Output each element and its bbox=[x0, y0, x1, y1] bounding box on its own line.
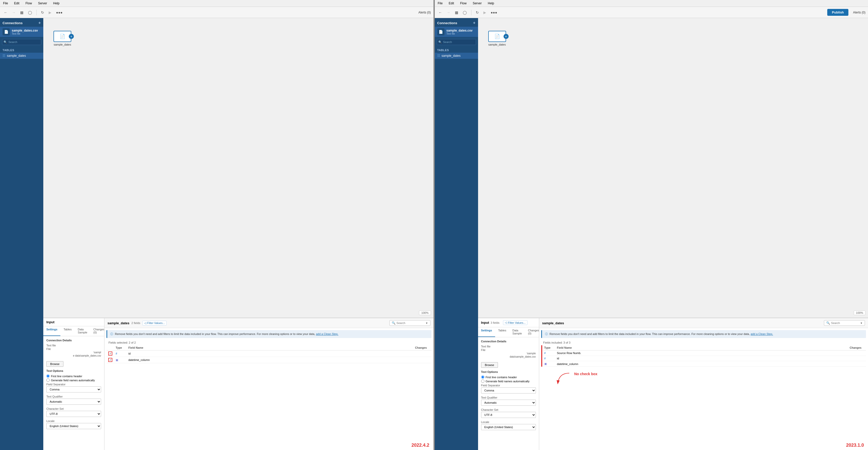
menu-file-right[interactable]: File bbox=[437, 1, 444, 6]
radio2-left[interactable] bbox=[46, 379, 50, 382]
play-btn-left[interactable]: ▶ bbox=[48, 10, 53, 15]
home-btn-left[interactable]: ▩ bbox=[19, 10, 25, 15]
back-btn-right[interactable]: ← bbox=[437, 10, 443, 15]
menu-server-right[interactable]: Server bbox=[472, 1, 483, 6]
menu-edit-right[interactable]: Edit bbox=[448, 1, 455, 6]
fields-thead-right: Type Field Name Changes bbox=[543, 345, 866, 351]
qualifier-select-right[interactable]: Automatic bbox=[481, 399, 536, 406]
browse-btn-right[interactable]: Browse bbox=[481, 362, 498, 368]
search-input-left[interactable] bbox=[2, 39, 41, 45]
name-cell-0-left: id bbox=[127, 351, 414, 357]
radio1-label-right[interactable]: First line contains header bbox=[481, 376, 536, 379]
separator-select-right[interactable]: Comma bbox=[481, 387, 536, 393]
left-menu-bar: File Edit Flow Server Help bbox=[0, 0, 433, 7]
connection-item-left[interactable]: 📄 sample_dates.csv Text file bbox=[0, 27, 43, 37]
tab-datasample-left[interactable]: Data Sample bbox=[74, 326, 90, 336]
menu-help-right[interactable]: Help bbox=[487, 1, 495, 6]
annotation-arrow-svg bbox=[557, 372, 572, 385]
filter-btn-input-right[interactable]: ◁ Filter Values... bbox=[503, 320, 527, 325]
tab-changes-right[interactable]: Changes (0) bbox=[525, 327, 539, 337]
checkbox-1-left[interactable] bbox=[108, 358, 112, 362]
charset-row-left: Character Set UTF-8 bbox=[46, 407, 101, 417]
settings-section-left: Connection Details Text file File \sampl… bbox=[43, 336, 104, 434]
table-icon-left: ☷ bbox=[3, 54, 5, 58]
play-btn-right[interactable]: ▶ bbox=[482, 10, 488, 15]
tab-tables-right[interactable]: Tables bbox=[495, 327, 509, 337]
connections-label-left: Connections bbox=[3, 21, 23, 25]
changes-cell-2-right bbox=[848, 361, 866, 367]
locale-select-right[interactable]: English (United States) bbox=[481, 424, 536, 430]
clean-step-link-left[interactable]: add a Clean Step. bbox=[316, 332, 339, 335]
text-options-title-left: Text Options bbox=[46, 369, 101, 373]
qualifier-label-left: Text Qualifier bbox=[46, 395, 101, 398]
flow-node-box-left[interactable]: 📄 + bbox=[54, 31, 71, 42]
search-input-fields-right[interactable] bbox=[831, 321, 859, 324]
table-item-right[interactable]: ☷ sample_dates bbox=[435, 53, 478, 59]
flow-node-add-left[interactable]: + bbox=[69, 34, 74, 39]
radio1-left[interactable] bbox=[46, 375, 50, 378]
forward-btn-right[interactable]: → bbox=[445, 10, 452, 15]
fields-tbody-left: # id bbox=[106, 351, 431, 363]
add-connection-btn-left[interactable]: + bbox=[38, 21, 41, 25]
menu-edit-left[interactable]: Edit bbox=[13, 1, 20, 6]
info-icon-right: ⓘ bbox=[545, 332, 548, 335]
menu-help-left[interactable]: Help bbox=[52, 1, 61, 6]
menu-flow-right[interactable]: Flow bbox=[459, 1, 468, 6]
tab-changes-left[interactable]: Changes (0) bbox=[90, 326, 105, 336]
charset-select-right[interactable]: UTF-8 bbox=[481, 412, 536, 418]
checkbox-0-left[interactable] bbox=[108, 352, 112, 356]
snapshot-btn-right[interactable]: ◯ bbox=[462, 10, 468, 15]
add-connection-btn-right[interactable]: + bbox=[473, 21, 475, 25]
clean-step-link-right[interactable]: add a Clean Step. bbox=[751, 332, 773, 335]
tables-header-left: Tables bbox=[0, 47, 43, 53]
search-input-right[interactable] bbox=[437, 39, 476, 45]
locale-row-left: Locale English (United States) bbox=[46, 419, 101, 429]
menu-file-left[interactable]: File bbox=[2, 1, 9, 6]
radio1-right[interactable] bbox=[481, 376, 485, 379]
table-item-left[interactable]: ☷ sample_dates bbox=[0, 53, 43, 59]
charset-select-left[interactable]: UTF-8 bbox=[46, 411, 101, 417]
table-row: # id bbox=[106, 351, 431, 357]
more-btn-left[interactable]: ●●● bbox=[55, 10, 64, 15]
locale-select-left[interactable]: English (United States) bbox=[46, 423, 101, 429]
flow-node-box-right[interactable]: 📄 + bbox=[488, 31, 506, 42]
checkbox-cell-1-left[interactable] bbox=[106, 357, 114, 363]
left-bottom-panel: Input Settings Tables Data Sample Change… bbox=[43, 318, 433, 450]
snapshot-btn-left[interactable]: ◯ bbox=[27, 10, 33, 15]
menu-flow-left[interactable]: Flow bbox=[25, 1, 33, 6]
publish-btn-right[interactable]: Publish bbox=[827, 9, 848, 16]
radio2-label-left[interactable]: Generate field names automatically bbox=[46, 379, 101, 382]
menu-server-left[interactable]: Server bbox=[37, 1, 48, 6]
left-sidebar: Connections + 📄 sample_dates.csv Text fi… bbox=[0, 18, 43, 450]
filter-btn-left[interactable]: ◁ Filter Values... bbox=[143, 321, 167, 325]
back-btn-left[interactable]: ← bbox=[3, 10, 9, 15]
version-label-right: 2023.1.0 bbox=[846, 443, 864, 448]
checkbox-cell-0-left[interactable] bbox=[106, 351, 114, 357]
search-dropdown-left[interactable]: ▼ bbox=[426, 322, 428, 324]
more-btn-right[interactable]: ●●● bbox=[490, 10, 498, 15]
forward-btn-left[interactable]: → bbox=[11, 10, 17, 15]
browse-btn-left[interactable]: Browse bbox=[46, 361, 63, 367]
qualifier-select-left[interactable]: Automatic bbox=[46, 398, 101, 405]
radio2-right[interactable] bbox=[481, 380, 485, 383]
connection-item-right[interactable]: 📄 sample_dates.csv Text file bbox=[435, 27, 478, 37]
refresh-btn-right[interactable]: ↻ bbox=[474, 10, 480, 15]
node-label-left: sample_dates bbox=[54, 43, 71, 46]
refresh-btn-left[interactable]: ↻ bbox=[40, 10, 45, 15]
tab-settings-left[interactable]: Settings bbox=[43, 326, 60, 336]
panel-tabs-right: Settings Tables Data Sample Changes (0) bbox=[478, 327, 539, 337]
right-toolbar: ← → ▩ ◯ ↻ ▶ ●●● Publish Alerts (0) bbox=[435, 7, 868, 18]
tab-settings-right[interactable]: Settings bbox=[478, 327, 495, 337]
connection-text-right: sample_dates.csv Text file bbox=[446, 29, 473, 35]
home-btn-right[interactable]: ▩ bbox=[454, 10, 460, 15]
radio2-label-right[interactable]: Generate field names automatically bbox=[481, 380, 536, 383]
flow-node-right: 📄 + sample_dates bbox=[488, 31, 506, 46]
tab-tables-left[interactable]: Tables bbox=[60, 326, 74, 336]
separator-select-left[interactable]: Comma bbox=[46, 386, 101, 392]
input-title-left: Input bbox=[46, 320, 55, 324]
search-dropdown-right[interactable]: ▼ bbox=[860, 322, 863, 324]
radio1-label-left[interactable]: First line contains header bbox=[46, 375, 101, 378]
search-input-fields-left[interactable] bbox=[397, 321, 425, 324]
flow-node-add-right[interactable]: + bbox=[503, 34, 508, 39]
tab-datasample-right[interactable]: Data Sample bbox=[509, 327, 525, 337]
